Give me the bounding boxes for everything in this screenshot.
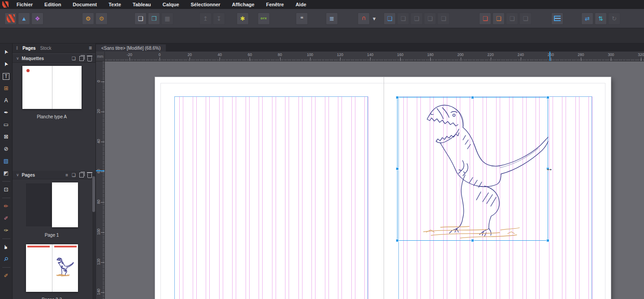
- menu-edition[interactable]: Edition: [44, 2, 61, 7]
- column-guide: [364, 96, 365, 299]
- insert-inside-button[interactable]: ❏: [384, 13, 396, 25]
- delete-master-button[interactable]: [87, 57, 92, 61]
- pen-tool[interactable]: ✒: [1, 108, 11, 117]
- artistic-text-tool[interactable]: A: [1, 95, 11, 105]
- ruler-label: 160: [393, 52, 407, 61]
- selection-handle[interactable]: [396, 239, 399, 242]
- selection-handle[interactable]: [396, 96, 399, 99]
- selection-handle[interactable]: [546, 239, 549, 242]
- master-page-label[interactable]: Planche type A: [37, 114, 67, 119]
- page-1-label[interactable]: Page 1: [45, 233, 59, 238]
- gradient-tool[interactable]: ▧: [1, 156, 11, 166]
- flip-horizontal-button[interactable]: ⇄: [581, 13, 593, 25]
- move-forward-button[interactable]: ❏: [493, 13, 505, 25]
- vector-crop-tool[interactable]: ⊡: [1, 185, 11, 195]
- spell-check-button[interactable]: orx: [258, 13, 270, 25]
- preferences-gear-button[interactable]: ⚙: [82, 13, 94, 25]
- panel-menu-icon[interactable]: ≡: [89, 45, 92, 51]
- toolbar-group: ≣: [326, 13, 338, 25]
- duplicate-master-button[interactable]: [79, 56, 84, 61]
- selection-handle[interactable]: [396, 167, 399, 170]
- snapping-magnet-button[interactable]: ∪: [358, 13, 370, 25]
- publisher-persona-button[interactable]: [4, 13, 17, 25]
- selection-handle[interactable]: [471, 96, 474, 99]
- app-logo-icon[interactable]: [2, 1, 9, 8]
- menu-tableau[interactable]: Tableau: [133, 2, 151, 7]
- transparency-tool[interactable]: ◩: [1, 168, 11, 178]
- style-picker-tool[interactable]: ✐: [1, 213, 11, 223]
- chevron-down-icon[interactable]: ∨: [16, 173, 19, 177]
- rectangle-tool[interactable]: ▭: [1, 120, 11, 130]
- add-page-button[interactable]: ❏: [72, 173, 76, 178]
- column-guide: [549, 96, 549, 299]
- tools-divider: [2, 181, 10, 182]
- ruler-label: 260: [544, 52, 558, 61]
- pages-2-3-thumbnail[interactable]: [26, 244, 78, 292]
- move-tool[interactable]: ➤: [1, 47, 11, 57]
- photo-persona-button[interactable]: ❖: [31, 13, 43, 25]
- text-ruler-button[interactable]: ≣: [326, 13, 338, 25]
- insert-options-icon: ❏: [441, 16, 446, 22]
- document-settings-gear-button[interactable]: ⚙: [95, 13, 108, 25]
- snapping-candidates-button[interactable]: ✱: [237, 13, 249, 25]
- snapping-dropdown-arrow[interactable]: ▾: [371, 13, 377, 25]
- section-manager-button[interactable]: ❒: [148, 13, 160, 25]
- master-page-thumbnail[interactable]: [22, 66, 82, 109]
- menu-selectionner[interactable]: Sélectionner: [191, 2, 220, 7]
- tab-stock[interactable]: Stock: [40, 46, 52, 51]
- ruler-unit-button[interactable]: mm: [96, 52, 105, 61]
- table-tool[interactable]: ⊞: [1, 83, 11, 93]
- designer-persona-button[interactable]: ▲: [18, 13, 30, 25]
- move-to-front-button[interactable]: ❏: [479, 13, 491, 25]
- ruler-tick: [101, 172, 104, 172]
- picture-frame-ellipse-tool[interactable]: ⊘: [1, 144, 11, 154]
- tab-pages[interactable]: Pages: [22, 46, 35, 51]
- menu-affichage[interactable]: Affichage: [232, 2, 255, 7]
- selection-handle[interactable]: [546, 96, 549, 99]
- duplicate-page-button[interactable]: [79, 173, 84, 178]
- menu-texte[interactable]: Texte: [108, 2, 121, 7]
- node-tool[interactable]: ➤: [1, 59, 11, 69]
- pages-panel-scrollbar[interactable]: [92, 173, 95, 299]
- column-guide: [355, 96, 355, 299]
- column-guide: [236, 96, 236, 299]
- toolbar-group: ↥↧: [199, 13, 225, 25]
- flip-vertical-icon: ⇅: [598, 16, 603, 22]
- alignment-icon: [554, 16, 561, 21]
- alignment-button[interactable]: [551, 13, 563, 25]
- add-pages-icon: ❑: [138, 16, 143, 22]
- menu-document[interactable]: Document: [73, 2, 97, 7]
- menu-fichier[interactable]: Fichier: [17, 2, 33, 7]
- frame-text-tool[interactable]: T: [1, 71, 11, 81]
- chevron-down-icon[interactable]: ∨: [16, 56, 19, 61]
- menu-aide[interactable]: Aide: [295, 2, 306, 7]
- pencil-tool[interactable]: ✏: [1, 201, 11, 211]
- page-1-thumbnail[interactable]: [26, 182, 78, 227]
- brush-tool[interactable]: ✐: [1, 271, 11, 281]
- zoom-tool[interactable]: ⚲: [1, 254, 11, 264]
- rotate-button: ↻: [608, 13, 620, 25]
- menu-calque[interactable]: Calque: [163, 2, 179, 7]
- column-guide: [249, 96, 250, 299]
- add-pages-button[interactable]: ❑: [134, 13, 147, 25]
- colour-picker-tool-icon: ✑: [4, 227, 8, 234]
- panel-drag-handle[interactable]: ‖: [16, 46, 18, 51]
- menu-fenetre[interactable]: Fenêtre: [266, 2, 284, 7]
- vertical-ruler[interactable]: 020406080100120140: [96, 61, 105, 299]
- pages-2-3-label[interactable]: Pages 2,3: [42, 297, 62, 299]
- sort-pages-button[interactable]: ≡: [65, 173, 68, 178]
- view-hand-tool[interactable]: ☛: [1, 242, 11, 252]
- canvas[interactable]: ↔: [105, 61, 644, 299]
- colour-picker-tool[interactable]: ✑: [1, 225, 11, 235]
- horizontal-ruler[interactable]: -200204060801001201401601802002202402602…: [105, 52, 644, 61]
- notes-button[interactable]: ❝: [296, 13, 308, 25]
- picture-frame-rectangle-tool[interactable]: ⊠: [1, 132, 11, 142]
- scrollbar-thumb[interactable]: [92, 176, 95, 212]
- selected-picture-frame[interactable]: [397, 97, 548, 241]
- column-guide: [328, 96, 329, 299]
- column-guide: [579, 96, 579, 299]
- delete-page-button[interactable]: [87, 173, 92, 178]
- flip-vertical-button[interactable]: ⇅: [595, 13, 607, 25]
- add-master-button[interactable]: ❏: [72, 56, 76, 61]
- selection-handle[interactable]: [471, 239, 474, 242]
